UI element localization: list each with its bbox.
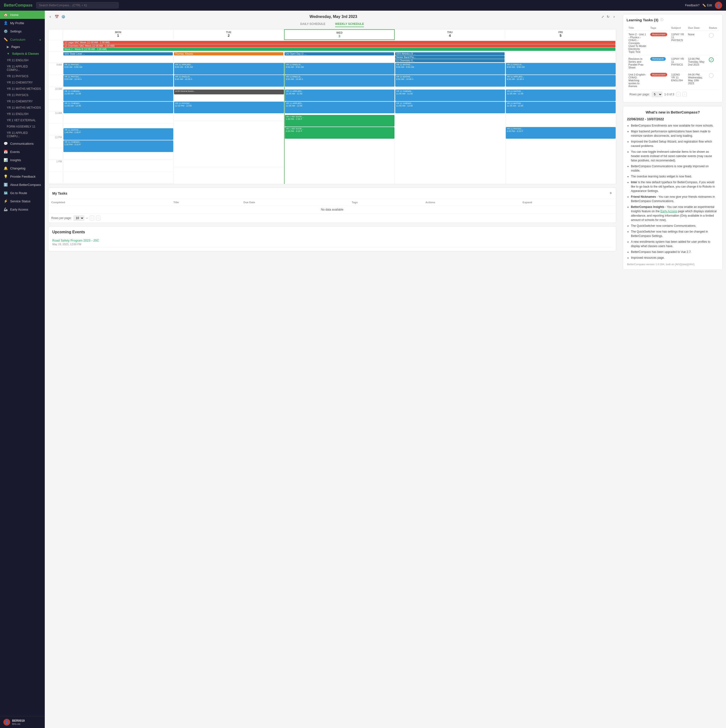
sidebar-user-avatar[interactable]: 👤: [3, 719, 10, 726]
search-input[interactable]: [36, 2, 119, 8]
event-wed-applied1[interactable]: YR 11 APPLIED...11:05 AM - 11:55: [285, 90, 394, 101]
sidebar-item-yr1-vet[interactable]: YR 1 VET EXTERNAL: [0, 117, 45, 124]
event-wed-english2[interactable]: YR 11 ENGLIS...9:50 AM - 10:40 A: [285, 75, 394, 87]
sidebar-changelog-label: Changelog: [10, 167, 25, 170]
lt-next-page-button[interactable]: ›: [682, 92, 687, 97]
event-tue-general[interactable]: 12:50 General Assem...: [174, 90, 284, 94]
day-col-tue: YR 11 APPLIED...9:00 AM - 9:45 AM YR 11 …: [174, 63, 284, 184]
event-fri-maths2[interactable]: YR 11 MATHS ...11:55 AM - 12:45: [506, 102, 616, 113]
sidebar-item-yr11-chemistry2[interactable]: YR 11 CHEMISTRY: [0, 98, 45, 104]
allday-event-uni[interactable]: Uni Open Day (1 ...: [284, 52, 394, 55]
sidebar-item-insights[interactable]: 📊 Insights: [0, 156, 45, 164]
allday-event-senior-band[interactable]: Senior Band Per...: [395, 56, 504, 59]
allday-event-chem-sac[interactable]: 12 Chemistry SAC Week (12:00 AM - 1:00 A…: [63, 44, 615, 47]
cal-calendar-icon-btn[interactable]: 📅: [55, 15, 59, 18]
event-fri-maths1[interactable]: YR 11 MATHS ...11:05 AM - 11:55: [506, 90, 616, 101]
tab-daily[interactable]: DAILY SCHEDULE: [300, 22, 326, 27]
event-fri-physics[interactable]: YR 11 PHYSIC...2:25 PM - 3:15 P: [506, 127, 616, 139]
event-mon-physics2[interactable]: YR 11 PHYSIC...9:50 AM - 10:40 A: [63, 75, 173, 87]
sidebar-item-profile[interactable]: 👤 My Profile: [0, 19, 45, 27]
sidebar-pages-header[interactable]: ▶ Pages: [0, 44, 45, 50]
edit-button[interactable]: ✏️ Edit: [702, 4, 712, 7]
early-access-link[interactable]: Early Access: [660, 210, 677, 213]
allday-event-ssv[interactable]: SSV State Level ...: [63, 52, 173, 55]
sidebar-item-yr11-physics[interactable]: YR 11 PHYSICS: [0, 73, 45, 80]
tasks-next-page-button[interactable]: ›: [96, 216, 101, 220]
sidebar-item-yr11-applied[interactable]: YR 11 APPLIED COMPU...: [0, 63, 45, 73]
sidebar-item-yr11-maths2[interactable]: YR 11 MATHS METHODS: [0, 104, 45, 111]
day-header-mon: MON 1: [63, 29, 174, 40]
event-tue-physics[interactable]: YR 11 PHYSIC...12:10 PM - 12:55: [174, 102, 284, 113]
sidebar-item-yr11-english2[interactable]: YR 11 ENGLISH: [0, 111, 45, 117]
tab-weekly[interactable]: WEEKLY SCHEDULE: [335, 22, 364, 27]
sidebar-item-events[interactable]: 📅 Events: [0, 148, 45, 156]
lt-title-3[interactable]: Unit 2-English-CFA#2- Matching quotes to…: [627, 71, 648, 90]
sidebar-item-home[interactable]: 🏠 Home: [0, 11, 45, 19]
lt-prev-page-button[interactable]: ‹: [676, 92, 680, 97]
allday-col-wed: Uni Open Day (1 ...: [284, 52, 395, 63]
allday-event-ssv-ath[interactable]: SSV Athletics B ...: [395, 52, 504, 55]
calendar-icon: 📅: [3, 150, 8, 154]
cal-settings-icon-btn[interactable]: ⚙️: [61, 15, 65, 18]
event-thu-maths2[interactable]: YR 11 MATHS ...9:50 AM - 10:40 A: [395, 75, 505, 87]
sidebar-item-communications[interactable]: 💬 Communications: [0, 139, 45, 148]
lt-row-1: Term 2 - Unit 1 - Physics - CFA#1 - Conc…: [627, 31, 719, 55]
day-header-wed: WED 3: [284, 29, 395, 40]
event-mon-physics1[interactable]: YR 11 PHYSIC...9:00 AM - 9:50 AM: [63, 63, 173, 75]
sidebar-item-service-status[interactable]: ⚡ Service Status: [0, 197, 45, 205]
time-1130am: [48, 124, 63, 136]
event-wed-applied2[interactable]: YR 11 APPLIED...11:55 AM - 12:45: [285, 102, 394, 113]
event-mon-chem1[interactable]: YR 11 CHEMIS...11:05 AM - 11:55: [63, 90, 173, 101]
lt-title-2[interactable]: Resistors in Series and Parallel Prac Sh…: [627, 55, 648, 71]
event-thu-maths1[interactable]: YR 11 MATHS ...9:00 AM - 9:50 AM: [395, 63, 505, 75]
sidebar-item-yr11-chemistry[interactable]: YR 11 CHEMISTRY: [0, 80, 45, 86]
event-mon-chem2[interactable]: YR 11 CHEMIS...11:55 AM - 12:45: [63, 102, 173, 113]
sidebar-item-feedback[interactable]: 💡 Provide Feedback: [0, 172, 45, 180]
upcoming-events-card: Upcoming Events Road Safety Program 2023…: [48, 226, 616, 251]
event-thu-chem2[interactable]: YR 11 CHEMIS...11:55 AM - 12:45: [395, 102, 505, 113]
allday-event-thomas[interactable]: Thomas, Resisto: [174, 52, 283, 55]
event-wed-vet2[interactable]: YR 1 VET EXTE...2:25 PM - 3:15 P: [285, 127, 394, 139]
cal-expand-icon-btn[interactable]: ⤢: [601, 15, 604, 18]
tasks-prev-page-button[interactable]: ‹: [90, 216, 94, 220]
info-circle-icon[interactable]: ⓘ: [660, 18, 663, 22]
event-tue-english[interactable]: YR 11 ENGLIS...9:45 AM - 10:30 A: [174, 75, 284, 87]
sidebar-item-yr11-physics2[interactable]: YR 11 PHYSICS: [0, 92, 45, 98]
lightbulb-icon: 💡: [3, 174, 8, 178]
user-avatar[interactable]: 👤: [715, 2, 722, 9]
sidebar-item-yr11-applied2[interactable]: YR 11 APPLIED COMPU...: [0, 130, 45, 139]
day-num-mon: 1: [64, 34, 172, 38]
sidebar-item-about[interactable]: ℹ️ About BetterCompass: [0, 180, 45, 189]
time-930am: [48, 75, 63, 87]
lt-title-1[interactable]: Term 2 - Unit 1 - Physics - CFA#1 - Conc…: [627, 31, 648, 55]
lt-rows-per-page-select[interactable]: 5 10 25: [652, 92, 662, 97]
event-mon-chem3[interactable]: YR 11 CHEMIS...2:30 PM - 3:15 P: [63, 141, 173, 152]
event-wed-english1[interactable]: YR 11 ENGLIS...9:00 AM - 9:50 AM: [285, 63, 394, 75]
allday-event-week2[interactable]: Week 2 - Week B (12:00 AM - 1:00 AM): [63, 48, 615, 51]
sidebar-item-yr11-english[interactable]: YR 11 ENGLISH: [0, 57, 45, 63]
calendar-body: 9 AM 10 AM 11 AM 12 PM 1 PM 2 PM 3 PM: [48, 63, 616, 184]
sidebar-item-changelog[interactable]: 🔔 Changelog: [0, 164, 45, 172]
allday-event-11-chem[interactable]: 11 Chemistry S...: [395, 59, 504, 62]
cal-prev-button[interactable]: ‹: [48, 14, 52, 19]
my-tasks-add-button[interactable]: +: [609, 191, 612, 196]
event-wed-vet1[interactable]: YR 1 VET EXTE...1:35 PM - 2:25 P: [285, 115, 394, 127]
cal-refresh-icon-btn[interactable]: ↻: [607, 15, 610, 18]
event-mon-maths[interactable]: YR 11 MATHS ...1:45 PM - 2:30 P: [63, 128, 173, 140]
event-fri-applied[interactable]: YR 11 APPLIED...9:50 AM - 10:40 A: [506, 75, 616, 87]
event-name-road-safety[interactable]: Road Safety Program 2023 - JSC: [52, 239, 612, 242]
sidebar-insights-label: Insights: [10, 158, 21, 162]
event-tue-applied[interactable]: YR 11 APPLIED...9:00 AM - 9:45 AM: [174, 63, 284, 75]
tasks-rows-per-page-select[interactable]: 10 25 50: [73, 216, 84, 221]
sidebar-subjects-header[interactable]: ▼ Subjects & Classes: [0, 50, 45, 57]
sidebar-item-settings[interactable]: ⚙️ Settings: [0, 27, 45, 35]
allday-event-legal-sac[interactable]: 12 Legal SAC Week (12:00 AM - 1:00 AM): [63, 41, 615, 44]
sidebar-item-go-route[interactable]: 🗺️ Go to Route: [0, 189, 45, 197]
event-thu-chem1[interactable]: YR 11 CHEMIS...11:05 AM - 11:55: [395, 90, 505, 101]
sidebar-item-early-access[interactable]: 🦾 Early Access: [0, 205, 45, 213]
sidebar-item-yr11-maths1[interactable]: YR 11 MATHS METHODS: [0, 86, 45, 92]
event-fri-english1[interactable]: YR 11 ENGLIS...9:00 AM - 9:50 AM: [506, 63, 616, 75]
cal-next-button[interactable]: ›: [612, 14, 616, 19]
sidebar-item-curriculum[interactable]: ✏️ Curriculum ▲: [0, 35, 45, 44]
sidebar-item-form-assembly[interactable]: FORM ASSEMBLY 11: [0, 124, 45, 130]
